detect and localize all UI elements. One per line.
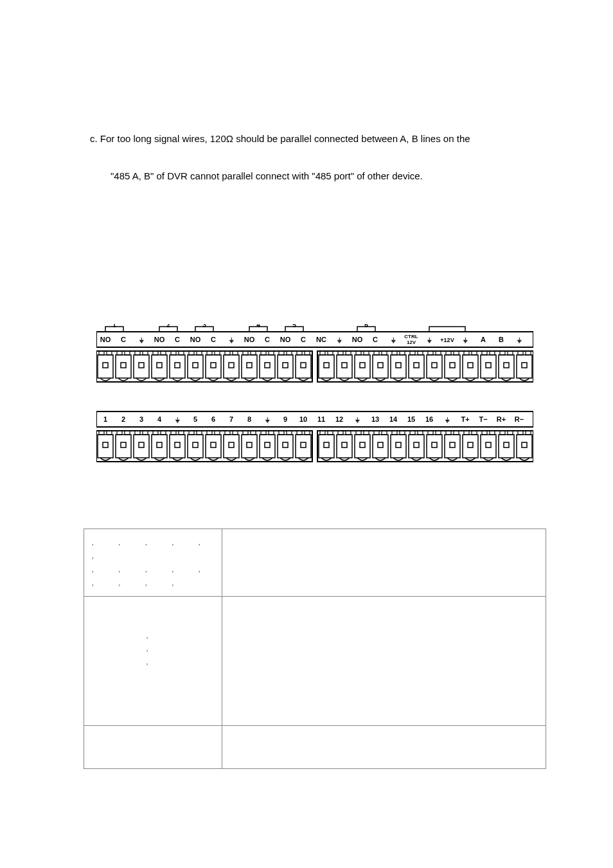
svg-rect-114 xyxy=(463,355,478,378)
svg-rect-208 xyxy=(324,442,329,448)
svg-rect-155 xyxy=(96,431,312,462)
svg-text:T−: T− xyxy=(479,415,487,423)
svg-rect-240 xyxy=(468,442,473,448)
svg-text:⏚: ⏚ xyxy=(445,415,450,423)
svg-text:CTRL: CTRL xyxy=(404,334,418,339)
svg-rect-102 xyxy=(409,355,424,378)
svg-rect-169 xyxy=(152,435,167,458)
svg-text:1: 1 xyxy=(112,324,116,329)
svg-rect-101 xyxy=(396,363,401,368)
svg-text:NO: NO xyxy=(190,336,201,343)
svg-rect-216 xyxy=(360,442,365,448)
svg-rect-110 xyxy=(445,355,460,378)
svg-text:⏚: ⏚ xyxy=(355,415,360,423)
svg-rect-220 xyxy=(378,442,383,448)
svg-rect-192 xyxy=(247,442,252,448)
svg-text:A: A xyxy=(481,336,486,343)
svg-rect-213 xyxy=(355,435,370,458)
svg-text:⏚: ⏚ xyxy=(517,336,522,343)
svg-rect-38 xyxy=(116,355,131,378)
svg-text:⏚: ⏚ xyxy=(229,336,234,343)
svg-text:11: 11 xyxy=(317,415,325,423)
svg-text:16: 16 xyxy=(425,415,433,423)
svg-rect-97 xyxy=(378,363,383,368)
svg-rect-244 xyxy=(486,442,491,448)
svg-text:NO: NO xyxy=(100,336,111,343)
svg-text:R−: R− xyxy=(515,415,524,423)
svg-rect-33 xyxy=(317,351,533,382)
svg-rect-161 xyxy=(116,435,131,458)
table-cell-text: , , , , , xyxy=(92,563,214,576)
svg-rect-197 xyxy=(278,435,293,458)
svg-rect-61 xyxy=(211,363,216,368)
svg-text:NO: NO xyxy=(280,336,291,343)
svg-rect-105 xyxy=(414,363,419,368)
svg-text:7: 7 xyxy=(229,415,233,423)
svg-rect-221 xyxy=(391,435,406,458)
paragraph-c: c. For too long signal wires, 120Ω shoul… xyxy=(90,132,470,145)
svg-text:T+: T+ xyxy=(461,415,469,423)
svg-rect-70 xyxy=(260,355,275,378)
table-cell-text: , , , , xyxy=(92,576,214,590)
svg-text:C: C xyxy=(265,336,270,343)
svg-rect-189 xyxy=(242,435,257,458)
svg-text:3: 3 xyxy=(202,324,206,329)
table-cell-empty xyxy=(222,529,546,597)
svg-text:6: 6 xyxy=(211,415,215,423)
svg-rect-74 xyxy=(278,355,293,378)
svg-text:⏚: ⏚ xyxy=(175,415,180,423)
svg-rect-65 xyxy=(229,363,234,368)
svg-rect-156 xyxy=(317,431,533,462)
svg-text:C: C xyxy=(211,336,216,343)
svg-text:8: 8 xyxy=(247,415,251,423)
table-row: , , , xyxy=(84,596,546,725)
svg-rect-32 xyxy=(96,351,312,382)
svg-rect-157 xyxy=(98,435,113,458)
svg-rect-98 xyxy=(391,355,406,378)
svg-text:NC: NC xyxy=(316,336,326,343)
svg-rect-212 xyxy=(342,442,347,448)
svg-rect-225 xyxy=(409,435,424,458)
svg-rect-50 xyxy=(170,355,185,378)
svg-text:12: 12 xyxy=(335,415,343,423)
svg-rect-248 xyxy=(504,442,509,448)
svg-rect-42 xyxy=(134,355,149,378)
svg-text:B: B xyxy=(499,336,504,343)
svg-rect-121 xyxy=(486,363,491,368)
svg-rect-81 xyxy=(301,363,306,368)
svg-text:2: 2 xyxy=(166,324,170,329)
svg-rect-201 xyxy=(296,435,311,458)
svg-text:NO: NO xyxy=(352,336,363,343)
svg-rect-73 xyxy=(265,363,270,368)
svg-rect-89 xyxy=(342,363,347,368)
svg-rect-188 xyxy=(229,442,234,448)
svg-rect-252 xyxy=(522,442,527,448)
table-cell-text: , xyxy=(92,655,214,669)
svg-text:NO: NO xyxy=(154,336,165,343)
svg-text:9: 9 xyxy=(283,415,287,423)
svg-rect-113 xyxy=(450,363,455,368)
svg-rect-228 xyxy=(414,442,419,448)
svg-rect-53 xyxy=(175,363,180,368)
svg-text:15: 15 xyxy=(407,415,415,423)
svg-rect-204 xyxy=(301,442,306,448)
svg-rect-241 xyxy=(481,435,496,458)
svg-rect-66 xyxy=(242,355,257,378)
svg-text:4: 4 xyxy=(256,324,260,329)
svg-rect-160 xyxy=(103,442,108,448)
svg-text:10: 10 xyxy=(299,415,307,423)
svg-rect-58 xyxy=(206,355,221,378)
svg-text:3: 3 xyxy=(139,415,143,423)
svg-rect-180 xyxy=(193,442,198,448)
svg-rect-232 xyxy=(432,442,437,448)
svg-text:C: C xyxy=(373,336,378,343)
svg-text:13: 13 xyxy=(371,415,379,423)
svg-rect-49 xyxy=(157,363,162,368)
svg-rect-224 xyxy=(396,442,401,448)
svg-rect-209 xyxy=(337,435,352,458)
svg-rect-237 xyxy=(463,435,478,458)
svg-rect-85 xyxy=(324,363,329,368)
svg-rect-236 xyxy=(450,442,455,448)
svg-text:+12V: +12V xyxy=(440,337,454,343)
svg-rect-82 xyxy=(319,355,334,378)
